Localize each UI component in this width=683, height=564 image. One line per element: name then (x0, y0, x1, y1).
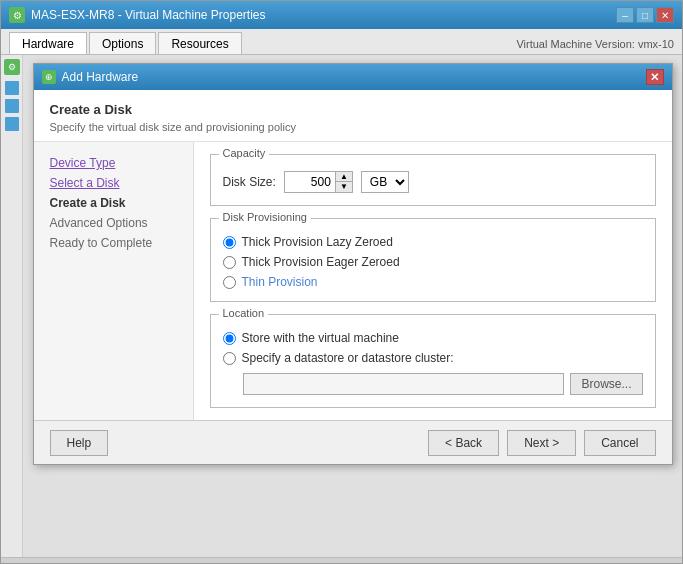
outer-close-button[interactable]: ✕ (656, 7, 674, 23)
wizard-nav-select-disk[interactable]: Select a Disk (50, 174, 177, 192)
radio-thin-input[interactable] (223, 276, 236, 289)
disk-size-input[interactable] (285, 173, 335, 191)
radio-thin: Thin Provision (223, 275, 643, 289)
main-inner: ⚙ ⊕ Add Hardware ✕ (1, 55, 682, 557)
radio-store-with-vm-label[interactable]: Store with the virtual machine (242, 331, 399, 345)
disk-size-label: Disk Size: (223, 175, 276, 189)
add-hardware-dialog: ⊕ Add Hardware ✕ Create a Disk Specify t… (33, 63, 673, 465)
radio-store-with-vm-input[interactable] (223, 332, 236, 345)
sidebar-item-1[interactable] (5, 81, 19, 95)
browse-button[interactable]: Browse... (570, 373, 642, 395)
capacity-fieldset: Capacity Disk Size: ▲ ▼ (210, 154, 656, 206)
dialog-titlebar: ⊕ Add Hardware ✕ (34, 64, 672, 90)
radio-thick-eager-label[interactable]: Thick Provision Eager Zeroed (242, 255, 400, 269)
cancel-button[interactable]: Cancel (584, 430, 655, 456)
outer-title: MAS-ESX-MR8 - Virtual Machine Properties (31, 8, 266, 22)
sidebar-item-2[interactable] (5, 99, 19, 113)
outer-left-sidebar: ⚙ (1, 55, 23, 557)
radio-thick-lazy-label[interactable]: Thick Provision Lazy Zeroed (242, 235, 393, 249)
main-area: ⚙ ⊕ Add Hardware ✕ (1, 55, 682, 557)
radio-store-with-vm: Store with the virtual machine (223, 331, 643, 345)
outer-titlebar: ⚙ MAS-ESX-MR8 - Virtual Machine Properti… (1, 1, 682, 29)
unit-select[interactable]: KB MB GB TB (361, 171, 409, 193)
dialog-body: Create a Disk Specify the virtual disk s… (34, 90, 672, 464)
radio-thick-lazy: Thick Provision Lazy Zeroed (223, 235, 643, 249)
help-button[interactable]: Help (50, 430, 109, 456)
disk-provisioning-fieldset: Disk Provisioning Thick Provision Lazy Z… (210, 218, 656, 302)
capacity-legend: Capacity (219, 147, 270, 159)
back-button[interactable]: < Back (428, 430, 499, 456)
datastore-input[interactable] (243, 373, 565, 395)
spin-down-button[interactable]: ▼ (336, 182, 352, 192)
capacity-row: Disk Size: ▲ ▼ (223, 171, 643, 193)
wizard-form: Capacity Disk Size: ▲ ▼ (194, 142, 672, 420)
tab-resources[interactable]: Resources (158, 32, 241, 54)
version-info: Virtual Machine Version: vmx-10 (516, 38, 674, 54)
dialog-title: Add Hardware (62, 70, 139, 84)
next-button[interactable]: Next > (507, 430, 576, 456)
disk-size-spinner[interactable]: ▲ ▼ (284, 171, 353, 193)
outer-titlebar-buttons: – □ ✕ (616, 7, 674, 23)
tab-options[interactable]: Options (89, 32, 156, 54)
location-section: Store with the virtual machine Specify a… (223, 331, 643, 395)
location-legend: Location (219, 307, 269, 319)
outer-titlebar-left: ⚙ MAS-ESX-MR8 - Virtual Machine Properti… (9, 7, 266, 23)
radio-thick-eager-input[interactable] (223, 256, 236, 269)
provisioning-radio-group: Thick Provision Lazy Zeroed Thick Provis… (223, 235, 643, 289)
dialog-icon: ⊕ (42, 70, 56, 84)
dialog-close-button[interactable]: ✕ (646, 69, 664, 85)
maximize-button[interactable]: □ (636, 7, 654, 23)
sidebar-item-3[interactable] (5, 117, 19, 131)
dialog-header-sub: Specify the virtual disk size and provis… (50, 121, 656, 133)
location-fieldset: Location Store with the virtual machine (210, 314, 656, 408)
radio-thin-label[interactable]: Thin Provision (242, 275, 318, 289)
sidebar-vm-icon: ⚙ (4, 59, 20, 75)
radio-specify-datastore-input[interactable] (223, 352, 236, 365)
footer-left: Help (50, 430, 109, 456)
datastore-input-row: Browse... (243, 373, 643, 395)
minimize-button[interactable]: – (616, 7, 634, 23)
dialog-footer: Help < Back Next > Cancel (34, 420, 672, 464)
outer-window: ⚙ MAS-ESX-MR8 - Virtual Machine Properti… (0, 0, 683, 564)
dialog-header-title: Create a Disk (50, 102, 656, 117)
wizard-nav: Device Type Select a Disk Create a Disk … (34, 142, 194, 420)
dialog-content: Device Type Select a Disk Create a Disk … (34, 142, 672, 420)
spin-up-button[interactable]: ▲ (336, 172, 352, 182)
radio-thick-eager: Thick Provision Eager Zeroed (223, 255, 643, 269)
radio-specify-datastore-label[interactable]: Specify a datastore or datastore cluster… (242, 351, 454, 365)
dialog-titlebar-left: ⊕ Add Hardware (42, 70, 139, 84)
tab-hardware[interactable]: Hardware (9, 32, 87, 54)
spin-buttons: ▲ ▼ (335, 172, 352, 192)
wizard-nav-advanced-options: Advanced Options (50, 214, 177, 232)
wizard-nav-device-type[interactable]: Device Type (50, 154, 177, 172)
tabs-bar: Hardware Options Resources Virtual Machi… (1, 29, 682, 55)
wizard-nav-create-disk: Create a Disk (50, 194, 177, 212)
dialog-overlay: ⊕ Add Hardware ✕ Create a Disk Specify t… (23, 55, 682, 557)
radio-thick-lazy-input[interactable] (223, 236, 236, 249)
disk-provisioning-legend: Disk Provisioning (219, 211, 311, 223)
dialog-header: Create a Disk Specify the virtual disk s… (34, 90, 672, 142)
vm-icon: ⚙ (9, 7, 25, 23)
radio-specify-datastore: Specify a datastore or datastore cluster… (223, 351, 643, 365)
outer-footer (1, 557, 682, 563)
footer-right: < Back Next > Cancel (428, 430, 655, 456)
wizard-nav-ready: Ready to Complete (50, 234, 177, 252)
